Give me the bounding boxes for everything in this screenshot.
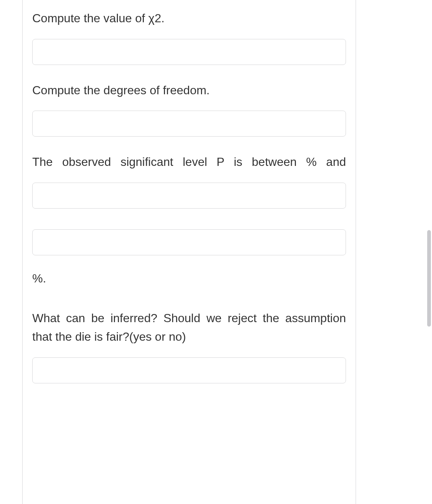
- question-content: Compute the value of χ2. Compute the deg…: [32, 9, 346, 400]
- question-3-input-a[interactable]: [32, 183, 346, 209]
- scrollbar-thumb[interactable]: [427, 230, 431, 327]
- page-wrap: Compute the value of χ2. Compute the deg…: [0, 0, 432, 504]
- question-2-prompt: Compute the degrees of freedom.: [32, 81, 346, 100]
- question-3-tail: %.: [32, 269, 346, 288]
- scrollbar-track[interactable]: [425, 0, 432, 504]
- question-4-input[interactable]: [32, 357, 346, 383]
- question-3-prompt-line: The observed significant level P is betw…: [32, 153, 346, 171]
- question-2-input[interactable]: [32, 111, 346, 137]
- question-4-prompt: What can be inferred? Should we reject t…: [32, 309, 346, 346]
- question-card: Compute the value of χ2. Compute the deg…: [22, 0, 356, 504]
- question-1-input[interactable]: [32, 39, 346, 65]
- spacer: [32, 225, 346, 229]
- question-1-prompt: Compute the value of χ2.: [32, 9, 346, 28]
- question-3-input-b[interactable]: [32, 229, 346, 255]
